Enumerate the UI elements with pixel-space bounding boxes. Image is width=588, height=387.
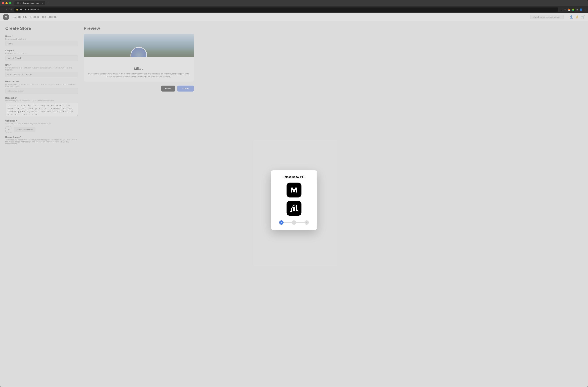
upload-modal: Uploading to IPFS <box>271 170 317 230</box>
svg-point-3 <box>291 211 292 212</box>
address-bar[interactable]: 🔒 melcor.io/store/create <box>14 7 558 12</box>
modal-chart-icon <box>287 201 301 216</box>
page-content: M CATEGORIES STORES COLLECTIONS 👤 🔔 🛒 Cr… <box>0 13 588 387</box>
step-1: 1 <box>279 220 284 225</box>
svg-point-5 <box>296 205 297 206</box>
modal-title: Uploading to IPFS <box>277 175 311 179</box>
back-button[interactable]: ‹ <box>2 7 4 12</box>
step-1-label: 1 <box>281 221 282 224</box>
step-3: 3 <box>304 220 309 225</box>
share-icon[interactable]: ⬆ <box>561 8 563 11</box>
toolbar-icons: ⬆ ☆ 🦊 🧩 ▣ 👤 ⋮ <box>561 8 586 11</box>
profile-icon[interactable]: 👤 <box>580 8 582 11</box>
step-2: 2 <box>292 220 296 225</box>
browser-tab[interactable]: melcor.io/store/create ✕ <box>14 1 45 5</box>
step-2-label: 2 <box>294 221 295 224</box>
step-line-2 <box>296 222 304 223</box>
step-line-1 <box>284 222 292 223</box>
reload-button[interactable]: ↻ <box>9 7 13 12</box>
address-text: melcor.io/store/create <box>20 8 40 11</box>
chart-svg <box>290 204 298 213</box>
lock-icon: 🔒 <box>16 8 18 11</box>
modal-logo-icon <box>287 183 301 197</box>
close-button[interactable] <box>2 2 4 4</box>
tab-close-icon[interactable]: ✕ <box>42 2 43 4</box>
modal-overlay: Uploading to IPFS <box>0 13 588 387</box>
tab-favicon <box>17 2 19 4</box>
sidebar-icon[interactable]: ▣ <box>576 8 578 11</box>
extension-icon[interactable]: 🦊 <box>568 8 570 11</box>
svg-point-4 <box>294 207 295 208</box>
progress-steps: 1 2 3 <box>277 220 311 225</box>
browser-toolbar: ‹ › ↻ 🔒 melcor.io/store/create ⬆ ☆ 🦊 🧩 ▣… <box>0 6 588 13</box>
browser-titlebar: melcor.io/store/create ✕ + <box>0 0 588 6</box>
browser-window: melcor.io/store/create ✕ + ‹ › ↻ 🔒 melco… <box>0 0 588 387</box>
step-3-label: 3 <box>306 221 307 224</box>
new-tab-button[interactable]: + <box>47 2 49 5</box>
tab-label: melcor.io/store/create <box>21 2 40 4</box>
modal-icons <box>277 183 311 216</box>
bookmark-icon[interactable]: ☆ <box>564 8 567 11</box>
maximize-button[interactable] <box>9 2 11 4</box>
minimize-button[interactable] <box>5 2 8 4</box>
menu-icon[interactable]: ⋮ <box>584 8 586 11</box>
forward-button[interactable]: › <box>5 7 8 12</box>
m-logo-svg <box>290 186 298 194</box>
extensions-icon[interactable]: 🧩 <box>572 8 575 11</box>
